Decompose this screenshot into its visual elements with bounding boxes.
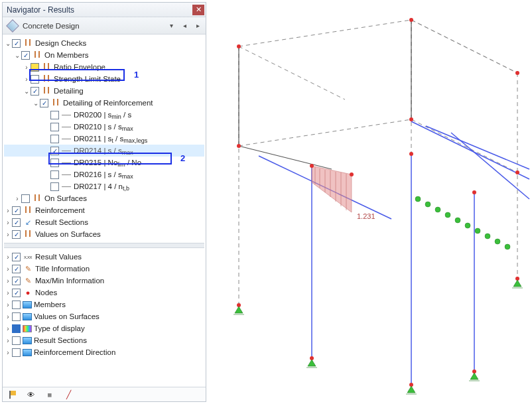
checkbox[interactable] <box>31 75 39 84</box>
checkbox[interactable] <box>12 218 21 227</box>
footer-toolbar: 👁 ■ ╱ <box>3 387 206 401</box>
tree-item-dr0200[interactable]: DR0200 | smin / s <box>4 109 204 121</box>
checkbox[interactable] <box>12 301 21 309</box>
tree-item-dr0215[interactable]: DR0215 | Nolim / No <box>4 157 204 168</box>
model-viewport[interactable]: 1.231 <box>212 0 531 404</box>
list-item-values-on-surfaces[interactable]: › Values on Surfaces <box>4 310 204 322</box>
close-icon[interactable]: ✕ <box>192 5 204 15</box>
expander-icon[interactable]: › <box>4 349 12 356</box>
titlebar: Navigator - Results ✕ <box>3 3 206 17</box>
prev-button[interactable]: ◂ <box>179 21 190 31</box>
expander-icon[interactable]: › <box>4 289 12 297</box>
category-icon <box>6 19 19 33</box>
navigator-panel: Navigator - Results ✕ Concrete Design ▾ … <box>2 2 206 402</box>
expander-icon[interactable]: ⌄ <box>13 52 21 59</box>
tree-item-reinforcement[interactable]: › Reinforcement <box>4 204 204 216</box>
tree-item-result-sections[interactable]: › ↙ Result Sections <box>4 216 204 228</box>
checkbox[interactable] <box>40 99 48 107</box>
checkbox[interactable] <box>50 147 59 155</box>
checkbox[interactable] <box>12 336 21 345</box>
list-item-maxmin-info[interactable]: › ✎ Max/Min Information <box>4 275 204 287</box>
expander-icon[interactable]: ⌄ <box>23 88 31 95</box>
tree-item-on-members[interactable]: ⌄ On Members <box>4 49 204 61</box>
expander-icon[interactable]: › <box>13 195 21 202</box>
expander-icon[interactable]: › <box>4 207 12 214</box>
checkbox[interactable] <box>12 289 21 297</box>
checkbox[interactable] <box>12 39 21 48</box>
members-icon <box>23 38 33 48</box>
tree-item-strength-limit-state[interactable]: › Strength Limit State <box>4 73 204 85</box>
tree-item-on-surfaces[interactable]: › On Surfaces <box>4 192 204 204</box>
checkbox[interactable] <box>12 277 21 285</box>
camera-icon: ■ <box>48 391 52 399</box>
line-icon <box>61 134 72 143</box>
checkbox[interactable] <box>50 123 59 131</box>
checkbox[interactable] <box>21 51 30 60</box>
expander-icon[interactable]: › <box>23 76 31 83</box>
expander-icon[interactable]: › <box>4 231 12 238</box>
checkbox[interactable] <box>50 159 59 167</box>
tree-item-dr0214[interactable]: DR0214 | s / smax <box>4 145 204 157</box>
expander-icon[interactable]: › <box>4 325 12 332</box>
list-item-members[interactable]: › Members <box>4 299 204 310</box>
expander-icon[interactable]: › <box>4 253 12 261</box>
label: Title Information <box>35 265 90 273</box>
tree-item-detailing[interactable]: ⌄ Detailing <box>4 85 204 97</box>
expander-icon[interactable]: › <box>4 219 12 226</box>
checkbox[interactable] <box>21 194 30 203</box>
tree-item-detailing-of-reinforcement[interactable]: ⌄ Detailing of Reinforcement <box>4 97 204 109</box>
svg-point-40 <box>425 202 431 207</box>
tree-item-values-on-surfaces[interactable]: › Values on Surfaces <box>4 228 204 240</box>
next-button[interactable]: ▸ <box>192 21 203 31</box>
checkbox[interactable] <box>50 135 59 143</box>
category-dropdown[interactable]: Concrete Design ▾ ◂ ▸ <box>3 17 206 34</box>
checkbox[interactable] <box>12 230 21 239</box>
svg-point-16 <box>515 71 519 75</box>
members-display-icon <box>23 301 32 308</box>
expander-icon[interactable]: › <box>23 64 31 71</box>
svg-line-2 <box>426 126 529 169</box>
tree-item-dr0210[interactable]: DR0210 | s / smax <box>4 121 204 133</box>
label: Detailing of Reinforcement <box>63 99 153 107</box>
tree-item-dr0211[interactable]: DR0211 | st / smax,legs <box>4 133 204 145</box>
reinf-direction-icon <box>23 349 32 356</box>
checkbox[interactable] <box>50 170 59 179</box>
list-item-reinf-direction[interactable]: › Reinforcement Direction <box>4 346 204 358</box>
list-item-title-info[interactable]: › ✎ Title Information <box>4 263 204 275</box>
list-item-result-sections[interactable]: › Result Sections <box>4 334 204 346</box>
pencil-icon: ✎ <box>23 264 33 273</box>
expander-icon[interactable]: › <box>4 265 12 273</box>
svg-point-18 <box>409 117 413 121</box>
tree-item-dr0216[interactable]: DR0216 | s / smax <box>4 168 204 180</box>
tree-item-ratio-envelope[interactable]: › Ratio Envelope <box>4 61 204 73</box>
expander-icon[interactable]: › <box>4 313 12 320</box>
chevron-down-icon[interactable]: ▾ <box>166 21 176 31</box>
list-item-type-of-display[interactable]: › Type of display <box>4 322 204 334</box>
expander-icon[interactable]: ⌄ <box>32 100 40 107</box>
checkbox[interactable] <box>12 312 21 321</box>
expander-icon[interactable]: › <box>4 337 12 344</box>
checkbox[interactable] <box>12 253 21 261</box>
flag-button[interactable] <box>5 389 20 400</box>
tree-item-dr0217[interactable]: DR0217 | 4 / nt,b <box>4 180 204 192</box>
eye-button[interactable]: 👁 <box>24 389 38 400</box>
checkbox[interactable] <box>50 182 59 191</box>
svg-marker-35 <box>470 373 478 379</box>
checkbox[interactable] <box>12 206 21 215</box>
checkbox[interactable] <box>12 348 21 357</box>
checkbox[interactable] <box>12 265 21 273</box>
checkbox[interactable] <box>31 63 39 72</box>
tree-item-design-checks[interactable]: ⌄ Design Checks <box>4 37 204 49</box>
checkbox[interactable] <box>50 111 59 119</box>
members-icon <box>23 230 33 239</box>
list-item-nodes[interactable]: › ● Nodes <box>4 287 204 299</box>
checkbox[interactable] <box>12 324 21 333</box>
expander-icon[interactable]: › <box>4 301 12 308</box>
checkbox[interactable] <box>31 87 39 96</box>
expander-icon[interactable]: ⌄ <box>4 40 12 47</box>
graph-button[interactable]: ╱ <box>61 389 76 400</box>
expander-icon[interactable]: › <box>4 277 12 285</box>
members-icon <box>41 74 52 84</box>
list-item-result-values[interactable]: › x.xx Result Values <box>4 251 204 263</box>
camera-button[interactable]: ■ <box>42 389 57 400</box>
